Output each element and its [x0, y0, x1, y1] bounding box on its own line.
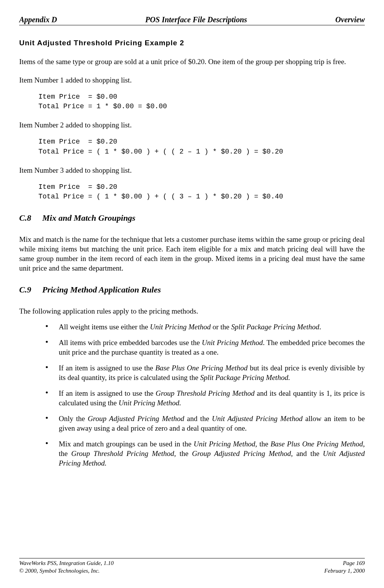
header-right: Overview [335, 15, 365, 24]
subsection-c9-num: C.9 [19, 285, 42, 295]
footer-page-number: Page 169 [324, 559, 365, 567]
footer-left: WaveWorks PSS, Integration Guide, 1.10 ©… [19, 559, 114, 575]
list-text: or the [211, 323, 231, 331]
list-text: and the [293, 449, 323, 458]
header-left: Appendix D [19, 15, 57, 24]
list-item: If an item is assigned to use the Group … [45, 388, 365, 408]
page-footer: WaveWorks PSS, Integration Guide, 1.10 ©… [19, 558, 365, 575]
subsection-c8-num: C.8 [19, 213, 42, 223]
subsection-c8-heading: C.8Mix and Match Groupings [19, 213, 365, 223]
list-text: If an item is assigned to use the [59, 389, 156, 397]
list-item: Only the Group Adjusted Pricing Method a… [45, 414, 365, 433]
list-italic: Group Threshold Pricing Method, [71, 449, 176, 458]
list-italic: Group Threshold Pricing Method [156, 389, 255, 397]
list-text: . [319, 323, 321, 331]
list-text: and the [184, 415, 212, 423]
list-italic: Split Package Pricing Method [231, 323, 319, 331]
list-item: All weight items use either the Unit Pri… [45, 322, 365, 332]
header-center: POS Interface File Descriptions [145, 15, 247, 24]
list-italic: Unit Adjusted Pricing Method [212, 415, 303, 423]
item-2-calc: Item Price = $0.20 Total Price = ( 1 * $… [38, 137, 365, 156]
list-text: If an item is assigned to use the [59, 364, 155, 372]
footer-copyright: © 2000, Symbol Technologies, Inc. [19, 567, 114, 575]
c9-intro: The following application rules apply to… [19, 306, 365, 316]
list-item: If an item is assigned to use the Base P… [45, 363, 365, 382]
list-italic: Unit Pricing Method [150, 323, 210, 331]
subsection-c9-title: Pricing Method Application Rules [42, 285, 161, 294]
list-item: Mix and match groupings can be used in t… [45, 439, 365, 468]
c9-bullet-list: All weight items use either the Unit Pri… [45, 322, 365, 468]
list-italic: Unit Pricing Method [202, 339, 263, 347]
intro-paragraph: Items of the same type or group are sold… [19, 57, 365, 66]
list-italic: Unit Pricing Method. [119, 399, 181, 407]
list-text: Only the [59, 415, 88, 423]
footer-date: February 1, 2000 [324, 567, 365, 575]
c8-paragraph: Mix and match is the name for the techni… [19, 235, 365, 273]
list-italic: Group Adjusted Pricing Method [88, 415, 184, 423]
footer-right: Page 169 February 1, 2000 [324, 559, 365, 575]
item-2-label: Item Number 2 added to shopping list. [19, 121, 365, 129]
item-1-label: Item Number 1 added to shopping list. [19, 76, 365, 84]
list-italic: Base Plus One Pricing Method [270, 440, 363, 448]
item-3-calc: Item Price = $0.20 Total Price = ( 1 * $… [38, 182, 365, 202]
page-header: Appendix D POS Interface File Descriptio… [19, 15, 365, 25]
list-item: All items with price embedded barcodes u… [45, 338, 365, 357]
subsection-c9-heading: C.9Pricing Method Application Rules [19, 285, 365, 295]
list-italic: Base Plus One Pricing Method [155, 364, 247, 372]
section-heading: Unit Adjusted Threshold Pricing Example … [19, 39, 365, 47]
list-italic: Unit Pricing Method [194, 440, 255, 448]
list-text: Mix and match groupings can be used in t… [59, 440, 194, 448]
footer-doc-title: WaveWorks PSS, Integration Guide, 1.10 [19, 559, 114, 567]
list-text: All weight items use either the [59, 323, 150, 331]
item-1-calc: Item Price = $0.00 Total Price = 1 * $0.… [38, 92, 365, 111]
list-text: All items with price embedded barcodes u… [59, 339, 202, 347]
item-3-label: Item Number 3 added to shopping list. [19, 166, 365, 175]
list-italic: Split Package Pricing Method. [200, 373, 290, 382]
list-italic: Group Adjusted Pricing Method, [192, 449, 293, 458]
subsection-c8-title: Mix and Match Groupings [42, 213, 136, 223]
list-text: , the [255, 440, 271, 448]
list-text: the [176, 449, 192, 458]
